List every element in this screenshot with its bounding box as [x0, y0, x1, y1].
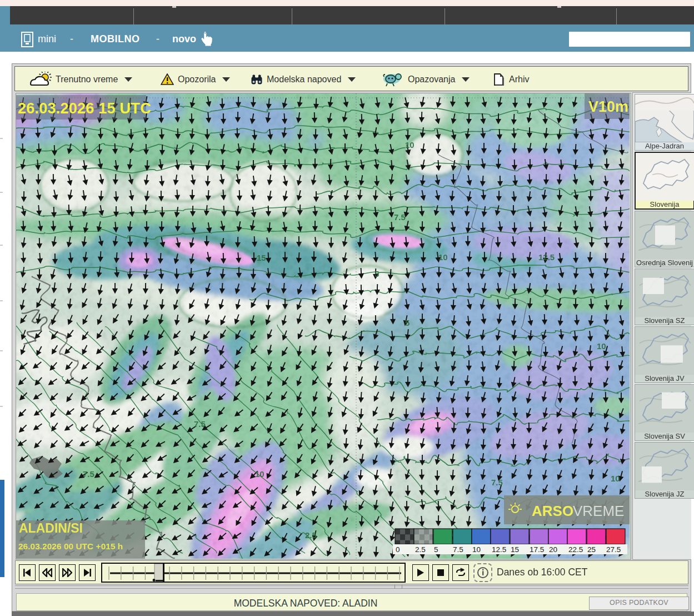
svg-text:ALADIN/SI: ALADIN/SI: [19, 521, 83, 535]
svg-text:26.03.2026 00 UTC +015 h: 26.03.2026 00 UTC +015 h: [18, 542, 123, 551]
svg-text:10: 10: [472, 545, 481, 554]
svg-text:7.5: 7.5: [394, 212, 406, 222]
svg-text:7.5: 7.5: [491, 478, 503, 487]
svg-text:27.5: 27.5: [606, 545, 621, 554]
svg-text:5: 5: [434, 545, 438, 554]
svg-text:2.5: 2.5: [305, 530, 317, 540]
svg-text:10: 10: [255, 469, 264, 479]
svg-text:5: 5: [375, 269, 379, 279]
svg-text:22.5: 22.5: [568, 545, 583, 554]
svg-text:10: 10: [611, 474, 620, 483]
svg-text:15: 15: [257, 253, 266, 262]
svg-text:12.5: 12.5: [538, 252, 555, 262]
svg-text:10: 10: [405, 140, 415, 150]
svg-text:12.5: 12.5: [492, 545, 506, 554]
svg-text:25: 25: [587, 545, 596, 554]
svg-text:26.03.2026 15 UTC: 26.03.2026 15 UTC: [18, 100, 151, 117]
svg-text:5: 5: [405, 318, 410, 327]
svg-text:7.5: 7.5: [453, 545, 463, 554]
svg-text:VREME: VREME: [573, 503, 624, 519]
svg-text:10: 10: [438, 252, 448, 262]
svg-text:ARSO: ARSO: [532, 503, 573, 519]
svg-text:10: 10: [597, 341, 606, 351]
svg-text:2.5: 2.5: [415, 545, 426, 554]
svg-text:7.5: 7.5: [194, 419, 206, 429]
svg-text:15: 15: [511, 545, 519, 554]
svg-text:7.5: 7.5: [83, 469, 94, 479]
svg-text:20: 20: [549, 545, 557, 554]
svg-text:V10m: V10m: [588, 98, 628, 115]
svg-text:17.5: 17.5: [530, 545, 544, 554]
svg-text:0: 0: [396, 545, 400, 554]
